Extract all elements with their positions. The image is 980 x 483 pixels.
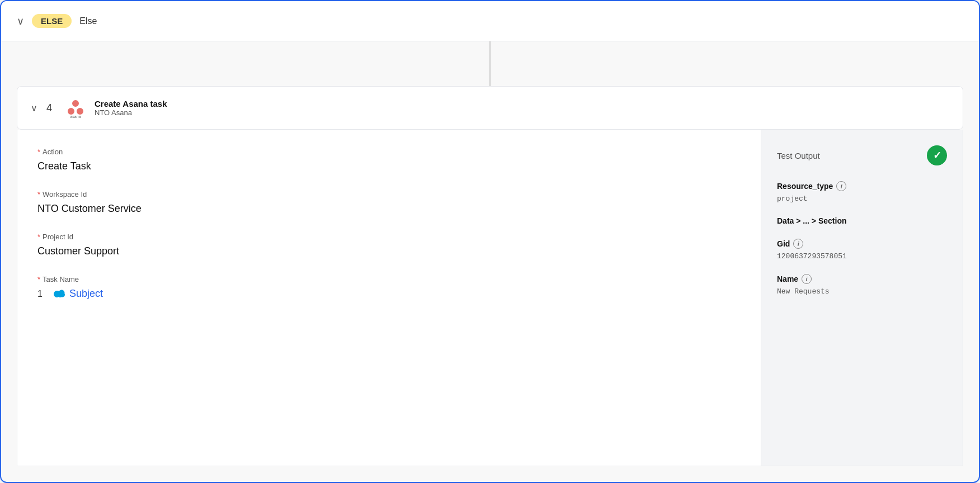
action-field-group: *Action Create Task — [37, 148, 741, 172]
name-section: Name i New Requests — [777, 274, 947, 296]
test-output-title: Test Output — [777, 151, 820, 160]
step-info: Create Asana task NTO Asana — [95, 99, 167, 117]
main-content: *Action Create Task *Workspace Id NTO Cu… — [17, 130, 963, 466]
asana-logo-icon: asana — [65, 98, 86, 118]
gid-value: 1200637293578051 — [777, 252, 947, 261]
gid-info-icon[interactable]: i — [793, 239, 803, 249]
name-label: Name i — [777, 274, 947, 284]
task-name-field-group: *Task Name 1 Subject — [37, 275, 741, 300]
name-info-icon[interactable]: i — [802, 274, 812, 284]
gid-label: Gid i — [777, 239, 947, 249]
svg-point-2 — [77, 108, 83, 115]
task-name-link[interactable]: Subject — [69, 288, 103, 300]
test-success-icon: ✓ — [927, 145, 947, 165]
else-badge: ELSE — [32, 14, 72, 28]
else-header: ∨ ELSE Else — [1, 1, 979, 41]
workspace-label: *Workspace Id — [37, 190, 741, 198]
workspace-field-group: *Workspace Id NTO Customer Service — [37, 190, 741, 215]
task-name-value[interactable]: 1 Subject — [37, 288, 741, 300]
action-value: Create Task — [37, 160, 741, 172]
test-output-header: Test Output ✓ — [777, 145, 947, 165]
project-field-group: *Project Id Customer Support — [37, 233, 741, 257]
task-name-number: 1 — [37, 289, 43, 299]
resource-type-section: Resource_type i project — [777, 181, 947, 203]
name-value: New Requests — [777, 287, 947, 296]
workspace-value: NTO Customer Service — [37, 203, 741, 215]
else-label: Else — [79, 16, 97, 26]
step-chevron-icon[interactable]: ∨ — [31, 103, 37, 113]
svg-point-0 — [72, 100, 79, 107]
project-required-star: * — [37, 233, 40, 241]
step-subtitle: NTO Asana — [95, 108, 167, 117]
divider-row — [1, 41, 979, 86]
salesforce-icon — [51, 289, 65, 299]
gid-section: Gid i 1200637293578051 — [777, 239, 947, 261]
resource-type-info-icon[interactable]: i — [836, 181, 846, 191]
resource-type-value: project — [777, 195, 947, 203]
main-window: ∨ ELSE Else ∨ 4 asana Create Asana task … — [0, 0, 980, 483]
divider-right — [491, 41, 979, 86]
svg-text:asana: asana — [70, 115, 81, 118]
resource-type-label: Resource_type i — [777, 181, 947, 191]
divider-left — [1, 41, 489, 86]
project-label: *Project Id — [37, 233, 741, 241]
workspace-required-star: * — [37, 190, 40, 198]
path-label: Data > ... > Section — [777, 216, 947, 225]
else-chevron-icon[interactable]: ∨ — [17, 15, 24, 27]
action-required-star: * — [37, 148, 40, 156]
project-value: Customer Support — [37, 245, 741, 257]
action-label: *Action — [37, 148, 741, 156]
test-output-panel: Test Output ✓ Resource_type i project Da… — [761, 130, 963, 466]
task-required-star: * — [37, 275, 40, 283]
path-section: Data > ... > Section — [777, 216, 947, 225]
step-number: 4 — [46, 102, 56, 114]
step-title: Create Asana task — [95, 99, 167, 108]
form-panel: *Action Create Task *Workspace Id NTO Cu… — [17, 130, 761, 466]
svg-point-1 — [68, 108, 74, 115]
task-name-label: *Task Name — [37, 275, 741, 283]
step-4-card: ∨ 4 asana Create Asana task NTO Asana — [17, 86, 963, 130]
